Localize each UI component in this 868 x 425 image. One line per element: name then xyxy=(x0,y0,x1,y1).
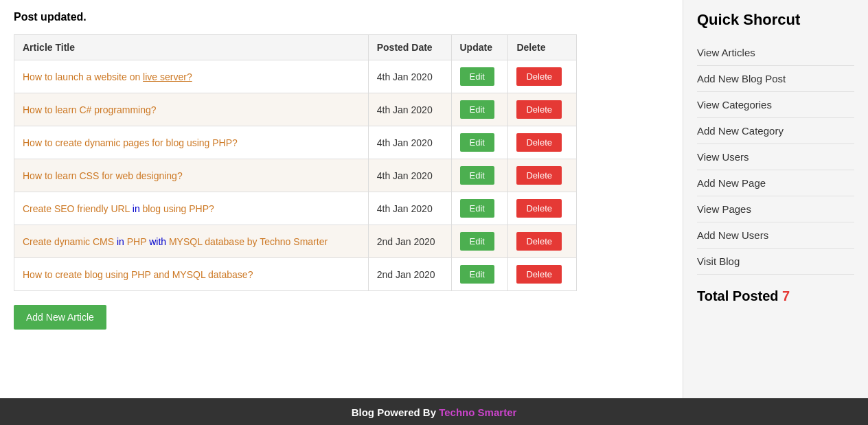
table-row: How to create dynamic pages for blog usi… xyxy=(14,126,577,159)
article-link[interactable]: How to create blog using PHP and MYSQL d… xyxy=(23,269,253,280)
col-header-date: Posted Date xyxy=(368,35,451,60)
delete-button[interactable]: Delete xyxy=(516,133,562,152)
article-date: 2nd Jan 2020 xyxy=(368,258,451,291)
table-row: How to learn CSS for web designing?4th J… xyxy=(14,159,577,192)
articles-table: Article Title Posted Date Update Delete … xyxy=(14,34,577,291)
article-date: 4th Jan 2020 xyxy=(368,192,451,225)
table-row: How to launch a website on live server?4… xyxy=(14,60,577,93)
delete-button[interactable]: Delete xyxy=(516,100,562,119)
edit-button[interactable]: Edit xyxy=(460,100,494,119)
edit-button[interactable]: Edit xyxy=(460,265,494,284)
delete-button[interactable]: Delete xyxy=(516,265,562,284)
table-row: Create dynamic CMS in PHP with MYSQL dat… xyxy=(14,225,577,258)
article-link[interactable]: How to learn CSS for web designing? xyxy=(23,170,183,181)
status-message: Post updated. xyxy=(14,11,669,23)
total-posted: Total Posted 7 xyxy=(697,288,854,304)
edit-button[interactable]: Edit xyxy=(460,166,494,185)
footer-text: Blog Powered By xyxy=(352,406,439,418)
sidebar-link[interactable]: View Categories xyxy=(697,92,854,118)
sidebar-link[interactable]: Add New Category xyxy=(697,118,854,144)
delete-button[interactable]: Delete xyxy=(516,232,562,251)
col-header-title: Article Title xyxy=(14,35,369,60)
article-link[interactable]: Create dynamic CMS in PHP with MYSQL dat… xyxy=(23,236,328,247)
total-posted-count: 7 xyxy=(782,288,790,303)
article-link[interactable]: How to create dynamic pages for blog usi… xyxy=(23,137,238,148)
article-link[interactable]: Create SEO friendly URL in blog using PH… xyxy=(23,203,214,214)
sidebar-link[interactable]: Visit Blog xyxy=(697,249,854,275)
col-header-update: Update xyxy=(451,35,508,60)
article-link[interactable]: How to launch a website on live server? xyxy=(23,71,192,82)
footer-brand: Techno Smarter xyxy=(439,406,516,418)
article-link[interactable]: How to learn C# programming? xyxy=(23,104,157,115)
footer: Blog Powered By Techno Smarter xyxy=(0,398,868,425)
article-date: 4th Jan 2020 xyxy=(368,126,451,159)
delete-button[interactable]: Delete xyxy=(516,67,562,86)
table-row: How to create blog using PHP and MYSQL d… xyxy=(14,258,577,291)
quick-shortcut-sidebar: Quick Shorcut View ArticlesAdd New Blog … xyxy=(683,0,868,398)
edit-button[interactable]: Edit xyxy=(460,232,494,251)
article-date: 4th Jan 2020 xyxy=(368,159,451,192)
table-row: How to learn C# programming?4th Jan 2020… xyxy=(14,93,577,126)
edit-button[interactable]: Edit xyxy=(460,199,494,218)
delete-button[interactable]: Delete xyxy=(516,166,562,185)
article-date: 4th Jan 2020 xyxy=(368,60,451,93)
sidebar-link[interactable]: View Pages xyxy=(697,196,854,222)
article-date: 4th Jan 2020 xyxy=(368,93,451,126)
table-row: Create SEO friendly URL in blog using PH… xyxy=(14,192,577,225)
total-posted-label: Total Posted xyxy=(697,288,779,303)
article-date: 2nd Jan 2020 xyxy=(368,225,451,258)
col-header-delete: Delete xyxy=(508,35,577,60)
delete-button[interactable]: Delete xyxy=(516,199,562,218)
sidebar-link[interactable]: View Articles xyxy=(697,40,854,66)
edit-button[interactable]: Edit xyxy=(460,67,494,86)
sidebar-link[interactable]: View Users xyxy=(697,144,854,170)
sidebar-link[interactable]: Add New Blog Post xyxy=(697,66,854,92)
sidebar-link[interactable]: Add New Users xyxy=(697,222,854,249)
add-new-article-button[interactable]: Add New Article xyxy=(14,305,106,330)
sidebar-link[interactable]: Add New Page xyxy=(697,170,854,196)
edit-button[interactable]: Edit xyxy=(460,133,494,152)
sidebar-title: Quick Shorcut xyxy=(697,11,854,29)
